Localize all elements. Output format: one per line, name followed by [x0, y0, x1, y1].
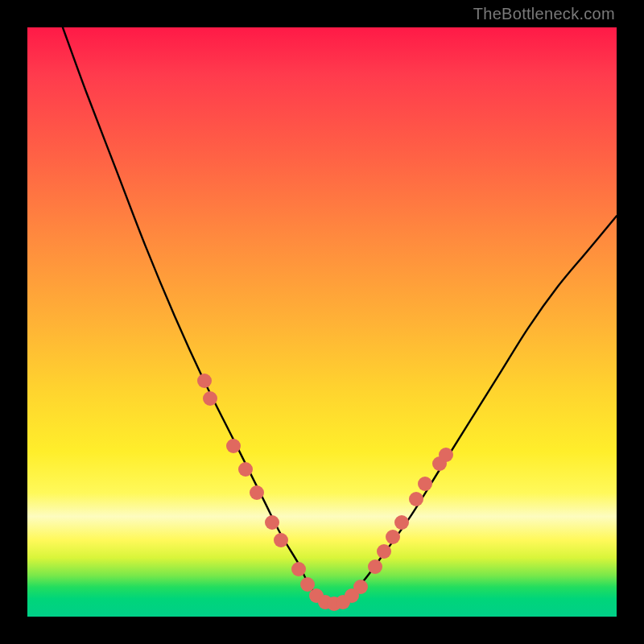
- bottleneck-curve: [27, 27, 617, 617]
- data-marker: [274, 533, 288, 547]
- data-marker: [203, 391, 217, 406]
- data-marker: [265, 515, 279, 530]
- data-marker: [197, 374, 212, 388]
- data-marker: [386, 530, 400, 544]
- plot-area: [27, 27, 617, 617]
- chart-frame: TheBottleneck.com: [0, 0, 644, 644]
- data-marker: [409, 492, 423, 506]
- data-marker: [439, 448, 453, 462]
- data-marker: [238, 462, 253, 477]
- data-marker: [368, 559, 382, 574]
- data-marker: [394, 515, 409, 530]
- attribution-text: TheBottleneck.com: [473, 5, 615, 23]
- data-marker: [353, 580, 368, 594]
- data-marker: [226, 439, 241, 453]
